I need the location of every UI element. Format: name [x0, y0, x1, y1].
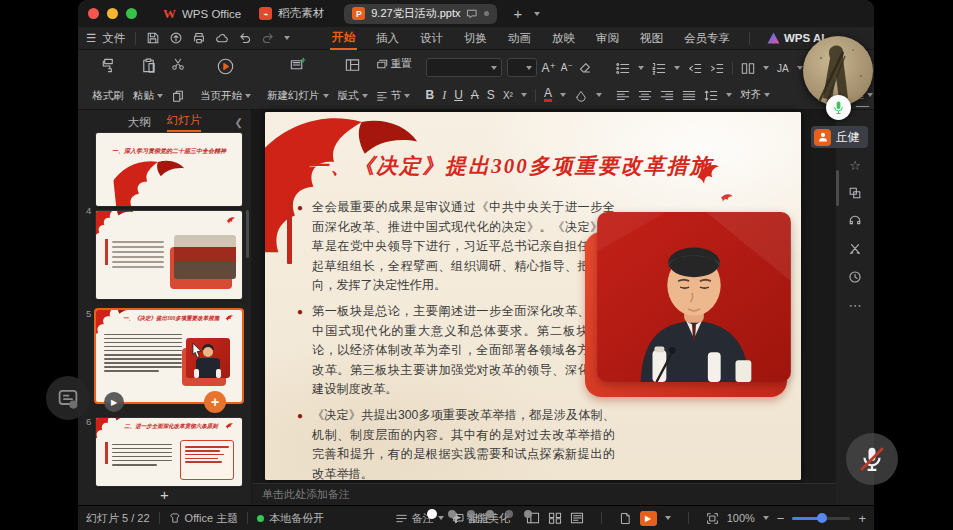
section-button[interactable]: 节 — [376, 89, 412, 103]
tab-animation[interactable]: 动画 — [506, 28, 533, 49]
slide-title[interactable]: 一、《决定》提出300多项重要改革措施 — [295, 152, 725, 180]
paste-chevron-icon[interactable] — [157, 94, 163, 98]
layout-chevron-icon[interactable] — [362, 94, 368, 98]
increase-indent-icon[interactable] — [710, 62, 724, 75]
section-chevron-icon[interactable] — [404, 94, 410, 98]
tab-slideshow[interactable]: 放映 — [550, 28, 577, 49]
chat-icon[interactable] — [466, 8, 478, 20]
zoom-level[interactable]: 100% — [727, 512, 755, 524]
redo-icon[interactable] — [261, 31, 275, 45]
text-direction-button[interactable]: JA — [777, 63, 789, 74]
backup-status[interactable]: 本地备份开 — [269, 511, 324, 526]
slide-thumbnail-6[interactable]: 二、进一步全面深化改革贯彻六条原则 — [96, 418, 242, 486]
history-clock-icon[interactable] — [836, 270, 874, 284]
current-slide[interactable]: 一、《决定》提出300多项重要改革措施 全会最重要的成果是审议通过《中共中央关于… — [265, 112, 801, 480]
superscript-button[interactable]: X² — [503, 90, 513, 101]
maximize-window-button[interactable] — [126, 8, 137, 19]
highlight-color-icon[interactable] — [574, 89, 588, 102]
add-slide-here-button[interactable]: + — [204, 391, 226, 413]
theme-name[interactable]: Office 主题 — [185, 511, 239, 526]
align-left-icon[interactable] — [616, 89, 630, 102]
slide-thumbnail-3[interactable]: 一、深入学习贯彻党的二十届三中全会精神 — [96, 133, 242, 206]
tab-review[interactable]: 审阅 — [594, 28, 621, 49]
slide-thumbnail-5-selected[interactable]: 一、《决定》提出300多项重要改革措施 — [96, 310, 242, 402]
line-spacing-icon[interactable] — [704, 89, 718, 102]
undo-icon[interactable] — [238, 31, 252, 45]
file-menu[interactable]: 文件 — [102, 31, 125, 46]
bold-button[interactable]: B — [426, 88, 435, 102]
numbered-chevron-icon[interactable] — [674, 66, 680, 70]
hamburger-icon[interactable]: ☰ — [86, 31, 97, 45]
reset-button[interactable]: 重置 — [376, 57, 412, 71]
minimize-webcam-icon[interactable]: — — [856, 98, 869, 113]
tools-icon[interactable] — [836, 242, 874, 256]
format-painter-button[interactable]: 格式刷 — [91, 55, 125, 105]
subtitle-float-button[interactable] — [46, 376, 90, 420]
columns-icon[interactable] — [741, 62, 755, 75]
tab-docer[interactable]: ⌁ 稻壳素材 — [259, 6, 324, 21]
more-tools-icon[interactable]: ⋯ — [836, 298, 874, 313]
cut-icon[interactable] — [171, 57, 185, 71]
zoom-slider[interactable] — [792, 517, 850, 520]
tab-insert[interactable]: 插入 — [374, 28, 401, 49]
numbered-list-icon[interactable] — [652, 62, 666, 75]
mic-muted-button[interactable] — [846, 433, 898, 485]
new-slide-plus-button[interactable]: + — [78, 486, 251, 503]
layout-button[interactable]: 版式 — [336, 55, 370, 105]
play-slide-button[interactable]: ▶ — [104, 392, 124, 412]
decrease-font-button[interactable]: A⁻ — [561, 62, 573, 73]
new-slide-chevron-icon[interactable] — [323, 94, 329, 98]
handout-icon[interactable] — [619, 512, 632, 525]
align-right-icon[interactable] — [660, 89, 674, 102]
new-tab-button[interactable]: + — [513, 5, 522, 22]
font-name-select[interactable] — [426, 58, 502, 77]
copy-icon[interactable] — [171, 89, 185, 103]
slide-sorter-view-icon[interactable] — [548, 512, 562, 524]
tab-transition[interactable]: 切换 — [462, 28, 489, 49]
increase-font-button[interactable]: A⁺ — [542, 61, 556, 75]
align-chevron-icon[interactable] — [764, 93, 770, 97]
bullet-chevron-icon[interactable] — [638, 66, 644, 70]
paste-button[interactable]: 粘贴 — [131, 55, 165, 105]
columns-chevron-icon[interactable] — [763, 66, 769, 70]
more-commands-chevron-icon[interactable] — [284, 36, 290, 40]
mic-on-button[interactable] — [826, 95, 851, 120]
cloud-sync-icon[interactable] — [215, 31, 229, 45]
slide-body-text[interactable]: 全会最重要的成果是审议通过《中共中央关于进一步全面深化改革、推进中国式现代化的决… — [297, 198, 615, 480]
tab-design[interactable]: 设计 — [418, 28, 445, 49]
italic-button[interactable]: I — [442, 88, 446, 103]
line-spacing-chevron-icon[interactable] — [726, 93, 732, 97]
zoom-slider-knob[interactable] — [817, 513, 827, 523]
text-direction-chevron-icon[interactable] — [797, 66, 803, 70]
highlight-chevron-icon[interactable] — [596, 93, 602, 97]
zoom-out-button[interactable]: − — [777, 511, 785, 526]
fit-to-window-icon[interactable] — [706, 512, 719, 525]
zoom-in-button[interactable]: + — [858, 511, 866, 526]
play-from-current-button[interactable]: 当页开始 — [199, 55, 252, 105]
zoom-chevron-icon[interactable] — [763, 516, 769, 520]
justify-icon[interactable] — [682, 89, 696, 102]
font-color-button[interactable]: A — [544, 88, 552, 102]
minimize-window-button[interactable] — [107, 8, 118, 19]
tab-wps-home[interactable]: W WPS Office — [163, 6, 241, 22]
notes-pane[interactable]: 单击此处添加备注 — [252, 483, 836, 505]
clear-format-icon[interactable] — [578, 61, 592, 75]
tab-outline[interactable]: 大纲 — [128, 115, 151, 130]
headset-icon[interactable] — [836, 214, 874, 228]
decrease-indent-icon[interactable] — [688, 62, 702, 75]
effects-chevron-icon[interactable] — [521, 93, 527, 97]
slideshow-chevron-icon[interactable] — [665, 516, 671, 520]
tab-view[interactable]: 视图 — [638, 28, 665, 49]
sidebar-scrollbar[interactable] — [246, 210, 249, 258]
tabs-chevron-icon[interactable] — [534, 12, 540, 16]
participant-pill[interactable]: 丘健 — [811, 126, 868, 148]
font-color-chevron-icon[interactable] — [560, 93, 566, 97]
tab-home[interactable]: 开始 — [330, 27, 357, 50]
share-icon[interactable] — [169, 31, 183, 45]
font-size-select[interactable] — [507, 58, 537, 77]
align-objects-button[interactable]: 对齐 — [740, 88, 770, 102]
print-icon[interactable] — [192, 31, 206, 45]
textbox-chevron-icon[interactable] — [867, 93, 873, 97]
favorite-star-icon[interactable]: ☆ — [836, 158, 874, 173]
tab-membership[interactable]: 会员专享 — [682, 28, 732, 49]
